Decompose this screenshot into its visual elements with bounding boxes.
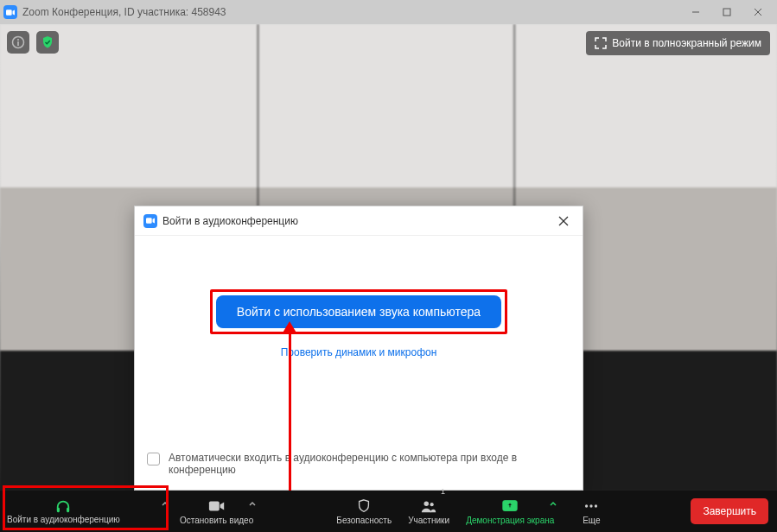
stop-video-button[interactable]: Остановить видео bbox=[173, 491, 260, 532]
svg-rect-4 bbox=[57, 508, 60, 512]
fullscreen-icon bbox=[595, 37, 607, 49]
auto-join-checkbox[interactable] bbox=[147, 453, 160, 466]
svg-point-7 bbox=[424, 501, 429, 505]
window-title: Zoom Конференция, ID участника: 458943 bbox=[22, 6, 226, 18]
headphones-icon bbox=[54, 498, 72, 514]
svg-point-12 bbox=[595, 504, 597, 507]
close-icon bbox=[558, 216, 569, 226]
join-audio-dialog: Войти в аудиоконференцию Войти с использ… bbox=[134, 206, 583, 491]
share-screen-button[interactable]: Демонстрация экрана bbox=[459, 491, 561, 532]
join-audio-button[interactable]: Войти в аудиоконференцию bbox=[0, 491, 173, 532]
fullscreen-label: Войти в полноэкранный режим bbox=[612, 37, 761, 49]
info-badge[interactable] bbox=[7, 31, 29, 54]
svg-rect-0 bbox=[723, 9, 730, 16]
dialog-close-button[interactable] bbox=[553, 211, 574, 231]
dialog-footer: Автоматически входить в аудиоконференцию… bbox=[135, 441, 583, 490]
participants-button[interactable]: 1 Участники bbox=[398, 491, 459, 532]
dialog-body: Войти с использованием звука компьютера … bbox=[135, 236, 583, 441]
svg-point-10 bbox=[585, 504, 588, 507]
participants-count: 1 bbox=[441, 487, 445, 496]
video-icon bbox=[208, 498, 226, 514]
svg-point-8 bbox=[430, 503, 434, 506]
top-left-badges bbox=[7, 31, 59, 54]
window-minimize-button[interactable] bbox=[680, 0, 711, 24]
share-options-caret[interactable] bbox=[549, 499, 557, 510]
svg-rect-3 bbox=[17, 41, 19, 46]
dialog-titlebar: Войти в аудиоконференцию bbox=[135, 206, 583, 236]
annotation-highlight: Войти с использованием звука компьютера bbox=[210, 289, 507, 334]
share-screen-icon bbox=[501, 498, 519, 514]
participants-label: Участники bbox=[408, 516, 449, 525]
zoom-logo-icon bbox=[3, 5, 17, 19]
enter-fullscreen-button[interactable]: Войти в полноэкранный режим bbox=[586, 31, 770, 55]
svg-rect-6 bbox=[209, 501, 220, 510]
security-button[interactable]: Безопасность bbox=[329, 491, 398, 532]
participants-icon bbox=[420, 498, 437, 514]
encryption-shield-icon[interactable] bbox=[36, 31, 59, 54]
audio-options-caret[interactable] bbox=[161, 499, 169, 510]
more-label: Еще bbox=[583, 516, 600, 525]
svg-point-2 bbox=[17, 39, 19, 41]
security-label: Безопасность bbox=[336, 516, 392, 525]
share-screen-label: Демонстрация экрана bbox=[466, 516, 554, 525]
video-area: Войти в полноэкранный режим Войти в ауди… bbox=[0, 24, 777, 491]
video-options-caret[interactable] bbox=[248, 499, 257, 510]
window-close-button[interactable] bbox=[742, 0, 774, 24]
join-audio-label: Войти в аудиоконференцию bbox=[7, 515, 120, 524]
auto-join-label: Автоматически входить в аудиоконференцию… bbox=[169, 452, 570, 476]
window-maximize-button[interactable] bbox=[711, 0, 742, 24]
more-button[interactable]: Еще bbox=[561, 491, 621, 532]
meeting-toolbar: Войти в аудиоконференцию Остановить виде… bbox=[0, 491, 777, 532]
more-icon bbox=[583, 498, 600, 514]
zoom-meeting-window: Zoom Конференция, ID участника: 458943 В… bbox=[0, 0, 777, 532]
stop-video-label: Остановить видео bbox=[180, 516, 253, 525]
zoom-logo-icon bbox=[143, 214, 157, 228]
svg-rect-5 bbox=[67, 508, 69, 512]
svg-point-11 bbox=[590, 504, 593, 507]
test-speaker-mic-link[interactable]: Проверить динамик и микрофон bbox=[281, 346, 437, 358]
end-meeting-button[interactable]: Завершить bbox=[691, 498, 768, 524]
window-titlebar: Zoom Конференция, ID участника: 458943 bbox=[0, 0, 777, 24]
shield-icon bbox=[355, 498, 373, 514]
dialog-title: Войти в аудиоконференцию bbox=[162, 215, 298, 227]
join-with-computer-audio-button[interactable]: Войти с использованием звука компьютера bbox=[216, 295, 501, 328]
